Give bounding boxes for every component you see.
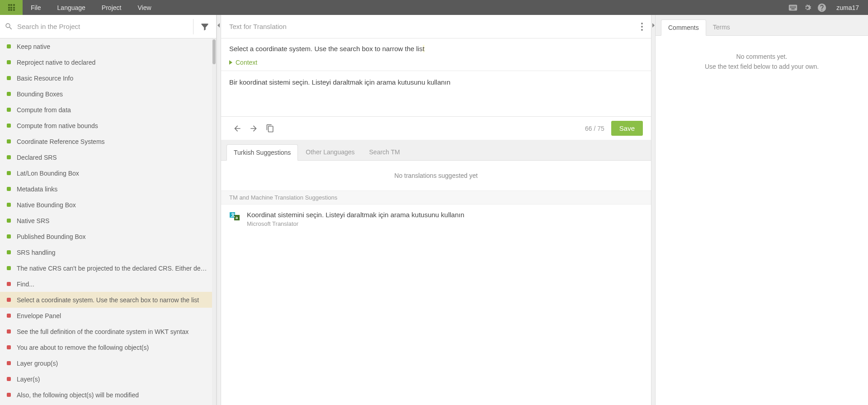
menu-view[interactable]: View <box>129 0 159 15</box>
svg-point-0 <box>641 23 643 24</box>
string-label: Layer group(s) <box>17 360 58 367</box>
user-menu[interactable]: zuma17 <box>834 4 862 11</box>
string-label: Native SRS <box>17 217 49 224</box>
list-item[interactable]: Coordinate Reference Systems <box>0 133 216 149</box>
string-label: Select a coordinate system. Use the sear… <box>17 296 199 304</box>
list-item[interactable]: The native CRS can't be projected to the… <box>0 260 216 276</box>
string-label: Reproject native to declared <box>17 59 95 66</box>
vertical-dots-icon <box>641 23 643 31</box>
suggestion-tabs: Turkish Suggestions Other Languages Sear… <box>221 140 651 161</box>
string-label: Envelope Panel <box>17 312 61 319</box>
list-item[interactable]: Bounding Boxes <box>0 86 216 102</box>
keyboard-icon[interactable] <box>786 0 800 15</box>
splitter-left[interactable] <box>217 15 221 405</box>
tm-header: TM and Machine Translation Suggestions <box>221 191 651 205</box>
status-dot <box>7 329 11 334</box>
search-input[interactable] <box>17 23 189 30</box>
menu-project[interactable]: Project <box>94 0 130 15</box>
arrow-right-icon <box>249 124 258 133</box>
status-dot <box>7 234 11 238</box>
string-label: Published Bounding Box <box>17 233 86 240</box>
save-button[interactable]: Save <box>611 121 643 136</box>
status-dot <box>7 124 11 128</box>
status-dot <box>7 345 11 349</box>
list-item[interactable]: Published Bounding Box <box>0 229 216 244</box>
gear-icon[interactable] <box>800 0 815 15</box>
tab-comments[interactable]: Comments <box>661 19 706 36</box>
status-dot <box>7 250 11 254</box>
comments-empty: No comments yet. Use the text field belo… <box>656 36 868 88</box>
comments-empty-line1: No comments yet. <box>665 52 859 62</box>
list-item[interactable]: Basic Resource Info <box>0 70 216 86</box>
status-dot <box>7 298 11 302</box>
microsoft-translator-icon: 文a <box>229 211 240 222</box>
menu-language[interactable]: Language <box>49 0 94 15</box>
splitter-right[interactable] <box>651 15 656 405</box>
list-item[interactable]: You are about to remove the following ob… <box>0 339 216 355</box>
string-label: Compute from data <box>17 106 71 114</box>
list-item[interactable]: Envelope Panel <box>0 308 216 324</box>
apps-menu-button[interactable] <box>0 0 23 15</box>
string-list[interactable]: Keep nativeReproject native to declaredB… <box>0 38 216 405</box>
list-item[interactable]: Lat/Lon Bounding Box <box>0 165 216 181</box>
tab-search-tm[interactable]: Search TM <box>363 144 407 160</box>
string-label: Find... <box>17 281 34 288</box>
help-icon[interactable] <box>815 0 829 15</box>
next-string-button[interactable] <box>245 120 262 137</box>
string-label: Declared SRS <box>17 154 57 161</box>
string-label: Also, the following object(s) will be mo… <box>17 391 139 399</box>
list-item[interactable]: Find... <box>0 276 216 292</box>
source-text: Select a coordinate system. Use the sear… <box>229 45 425 52</box>
list-item[interactable]: See the full definition of the coordinat… <box>0 324 216 339</box>
tab-terms[interactable]: Terms <box>706 19 737 35</box>
translation-input[interactable]: Bir koordinat sistemi seçin. Listeyi dar… <box>229 78 643 86</box>
context-toggle[interactable]: Context <box>229 59 643 66</box>
tab-turkish-suggestions[interactable]: Turkish Suggestions <box>226 144 298 161</box>
triangle-right-icon <box>229 60 232 65</box>
status-dot <box>7 361 11 365</box>
topbar: File Language Project View zuma17 <box>0 0 868 15</box>
list-item[interactable]: Also, the following object(s) will be mo… <box>0 387 216 403</box>
scrollbar-thumb[interactable] <box>212 39 216 64</box>
list-item[interactable]: Compute from data <box>0 102 216 118</box>
scrollbar-track[interactable] <box>212 38 216 405</box>
status-dot <box>7 282 11 286</box>
status-dot <box>7 76 11 80</box>
more-options-button[interactable] <box>638 20 646 33</box>
list-item[interactable]: Layer group(s) <box>0 355 216 371</box>
status-dot <box>7 171 11 175</box>
copy-icon <box>266 124 274 133</box>
list-item[interactable]: Layer(s) <box>0 371 216 387</box>
chevron-left-icon <box>217 23 220 28</box>
list-item[interactable]: SRS handling <box>0 244 216 260</box>
svg-point-2 <box>641 29 643 31</box>
string-label: Native Bounding Box <box>17 201 76 209</box>
menu-file[interactable]: File <box>23 0 49 15</box>
list-item[interactable]: Declared SRS <box>0 149 216 165</box>
tab-other-languages[interactable]: Other Languages <box>299 144 361 160</box>
comments-empty-line2: Use the text field below to add your own… <box>665 62 859 71</box>
string-label: Compute from native bounds <box>17 122 98 129</box>
filter-button[interactable] <box>193 15 216 38</box>
string-label: SRS handling <box>17 249 56 256</box>
mt-body: Koordinat sistemini seçin. Listeyi daral… <box>247 211 643 227</box>
search-row <box>0 15 216 38</box>
status-dot <box>7 108 11 112</box>
list-item[interactable]: Metadata links <box>0 181 216 197</box>
prev-string-button[interactable] <box>229 120 245 137</box>
list-item[interactable]: Native SRS <box>0 213 216 229</box>
string-label: Bounding Boxes <box>17 91 63 98</box>
progress-counter: 66 / 75 <box>585 125 604 132</box>
list-item[interactable]: Compute from native bounds <box>0 118 216 133</box>
svg-point-1 <box>641 26 643 28</box>
context-label: Context <box>236 59 257 66</box>
list-item[interactable]: Reproject native to declared <box>0 54 216 70</box>
mt-suggestion-item[interactable]: 文a Koordinat sistemini seçin. Listeyi da… <box>221 205 651 233</box>
chevron-right-icon <box>652 23 655 28</box>
copy-source-button[interactable] <box>262 120 278 137</box>
filter-icon <box>200 22 209 31</box>
search-icon <box>5 22 13 31</box>
list-item[interactable]: Native Bounding Box <box>0 197 216 213</box>
list-item[interactable]: Select a coordinate system. Use the sear… <box>0 292 216 308</box>
list-item[interactable]: Keep native <box>0 38 216 54</box>
